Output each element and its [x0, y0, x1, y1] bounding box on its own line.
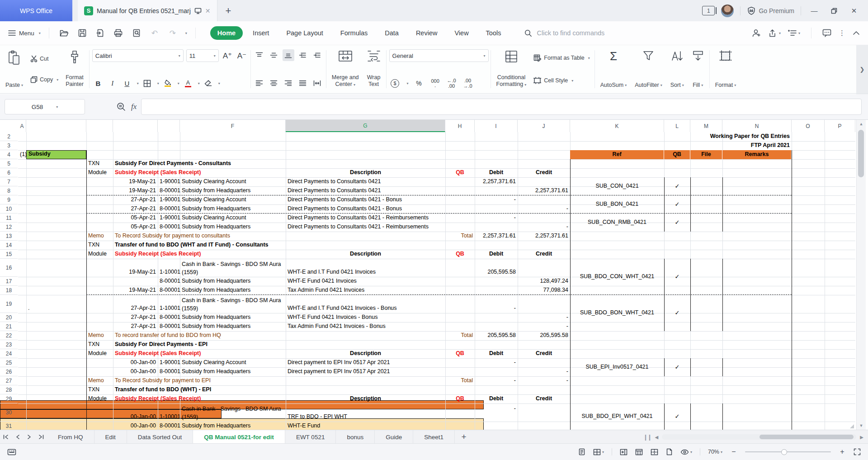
- zoom-slider[interactable]: [745, 451, 831, 452]
- zoom-out-button[interactable]: −: [730, 448, 737, 456]
- cell-I30[interactable]: -: [475, 403, 518, 422]
- cell-C15[interactable]: Module: [86, 250, 113, 259]
- cell-I27[interactable]: -: [475, 376, 518, 385]
- cell-D19[interactable]: 27-Apr-21: [113, 295, 158, 313]
- zoom-in-button[interactable]: +: [839, 448, 846, 456]
- cell-F18[interactable]: Subsidy from Headquarters: [180, 286, 286, 295]
- add-sheet-button[interactable]: +: [455, 430, 473, 444]
- cell-J29[interactable]: Credit: [518, 394, 570, 403]
- scroll-left-icon[interactable]: ◀: [655, 435, 659, 440]
- more-options-icon[interactable]: ⋮: [839, 29, 845, 37]
- cell-M2[interactable]: Working Paper for QB Entries: [690, 132, 792, 141]
- conditional-formatting-button[interactable]: ConditionalFormatting▾: [494, 48, 529, 90]
- cell-D24[interactable]: Subsidy Receipt (Sales Receipt): [113, 349, 286, 358]
- name-box[interactable]: G58▾: [5, 99, 85, 114]
- cell-F11[interactable]: Subsidy Clearing Account: [180, 213, 286, 223]
- go-premium-button[interactable]: Go Premium: [747, 6, 794, 15]
- copy-button[interactable]: Copy▾: [28, 75, 60, 84]
- cell-D28[interactable]: Transfer of fund to BDO (WHT) - EPI: [113, 385, 570, 394]
- cell-B4[interactable]: Subsidy: [26, 150, 86, 159]
- cell-E20[interactable]: 8-00001: [158, 313, 180, 322]
- sheet-tab-edit[interactable]: Edit: [94, 430, 127, 444]
- row-header-4[interactable]: 4: [0, 150, 18, 159]
- scroll-right-icon[interactable]: ▶: [860, 435, 863, 440]
- command-search-input[interactable]: [536, 29, 642, 37]
- cell-E8[interactable]: 8-00001: [158, 186, 180, 195]
- next-sheet-icon[interactable]: [24, 430, 35, 444]
- cell-G12[interactable]: Direct Payments to Consultants 0421 - Re…: [286, 223, 445, 232]
- cell-G20[interactable]: WHT-E Fund 0421 Invoices - Bonus: [286, 313, 445, 322]
- decrease-indent-icon[interactable]: [297, 49, 309, 61]
- column-header-A[interactable]: A: [18, 120, 26, 132]
- checkmark-L30[interactable]: ✓: [664, 403, 690, 430]
- cell-K19[interactable]: SUB_BDO_BON_WHT_0421: [570, 295, 664, 331]
- workbook-view-button[interactable]: ▾: [593, 449, 604, 455]
- align-center-icon[interactable]: [268, 77, 280, 89]
- tab-insert[interactable]: Insert: [245, 26, 276, 40]
- add-user-icon[interactable]: [752, 29, 761, 37]
- checkmark-L11[interactable]: ✓: [664, 213, 690, 232]
- window-count-badge[interactable]: 1: [702, 6, 715, 15]
- cell-J10[interactable]: -: [518, 204, 570, 213]
- tab-splitter-handle[interactable]: ❙❙: [643, 434, 651, 441]
- cell-E31[interactable]: 8-00001: [158, 422, 180, 430]
- cell-F31[interactable]: Subsidy from Headquarters: [180, 422, 286, 430]
- column-header-C[interactable]: [86, 120, 113, 132]
- row-header-18[interactable]: 18: [0, 286, 18, 295]
- cell-A4[interactable]: (1): [18, 150, 26, 159]
- avatar[interactable]: [721, 5, 734, 17]
- page-break-view-icon[interactable]: [666, 448, 673, 455]
- cell-D9[interactable]: 27-Apr-21: [113, 195, 158, 204]
- fill-color-button[interactable]: [162, 77, 174, 89]
- close-window-button[interactable]: ✕: [847, 7, 861, 15]
- cell-I25[interactable]: -: [475, 358, 518, 367]
- normal-view-icon[interactable]: [635, 449, 643, 455]
- zoom-slider-thumb[interactable]: [781, 449, 787, 455]
- cell-K11[interactable]: SUB_CON_RMB_0421: [570, 213, 664, 232]
- sort-button[interactable]: Sort▾: [668, 48, 687, 90]
- cell-G7[interactable]: Direct Payments to Consultants 0421: [286, 177, 445, 186]
- page-layout-view-icon[interactable]: [651, 449, 658, 455]
- row-header-24[interactable]: 24: [0, 349, 18, 358]
- fullscreen-icon[interactable]: [854, 448, 861, 455]
- cell-E17[interactable]: 8-00001: [158, 277, 180, 286]
- cell-D13[interactable]: To Record Subsidy for payment to consult…: [113, 232, 445, 241]
- macro-record-icon[interactable]: [7, 448, 16, 456]
- row-header-5[interactable]: 5: [0, 159, 18, 168]
- cell-D7[interactable]: 19-May-21: [113, 177, 158, 186]
- cell-J15[interactable]: Credit: [518, 250, 570, 259]
- cell-C14[interactable]: TXN: [86, 241, 113, 250]
- share-button[interactable]: ▾: [769, 29, 781, 37]
- percent-format-icon[interactable]: %: [413, 77, 425, 89]
- restore-button[interactable]: [827, 8, 841, 14]
- row-header-27[interactable]: 27: [0, 376, 18, 385]
- cell-E19[interactable]: 1-10001: [158, 295, 180, 313]
- cell-G25[interactable]: Direct payment to EPI Inv 0517 Apr 2021: [286, 358, 445, 367]
- cell-D5[interactable]: Subsidy For Direct Payments - Consultant…: [113, 159, 570, 168]
- cell-G8[interactable]: Direct Payments to Consultants 0421: [286, 186, 445, 195]
- cell-J13[interactable]: 2,257,371.61: [518, 232, 570, 241]
- row-header-30[interactable]: 30: [0, 403, 18, 422]
- cell-F8[interactable]: Subsidy from Headquarters: [180, 186, 286, 195]
- cell-D14[interactable]: Transfer of fund to BDO (WHT and IT Fund…: [113, 241, 570, 250]
- column-header-L[interactable]: L: [664, 120, 690, 132]
- column-header-P[interactable]: P: [825, 120, 855, 132]
- cell-I16[interactable]: 205,595.58: [475, 259, 518, 277]
- tab-view[interactable]: View: [447, 26, 476, 40]
- cell-D22[interactable]: To record transfer of fund to BDO from H…: [113, 331, 445, 340]
- cell-I22[interactable]: 205,595.58: [475, 331, 518, 340]
- cell-D26[interactable]: 00-Jan-00: [113, 367, 158, 376]
- cell-H13[interactable]: Total: [445, 232, 475, 241]
- cell-L4[interactable]: QB: [664, 150, 690, 159]
- cell-C22[interactable]: Memo: [86, 331, 113, 340]
- cell-E30[interactable]: 1-10001: [158, 403, 180, 422]
- column-header-K[interactable]: K: [570, 120, 664, 132]
- comma-format-icon[interactable]: 000,: [429, 77, 441, 89]
- row-header-15[interactable]: 15: [0, 250, 18, 259]
- row-header-29[interactable]: 29: [0, 394, 18, 403]
- sheet-tab-ewt-0521[interactable]: EWT 0521: [285, 430, 336, 444]
- tab-review[interactable]: Review: [409, 26, 445, 40]
- cell-E12[interactable]: 8-00001: [158, 223, 180, 232]
- cell-G31[interactable]: WHT-E Fund: [286, 422, 445, 430]
- cell-J18[interactable]: 77,098.34: [518, 286, 570, 295]
